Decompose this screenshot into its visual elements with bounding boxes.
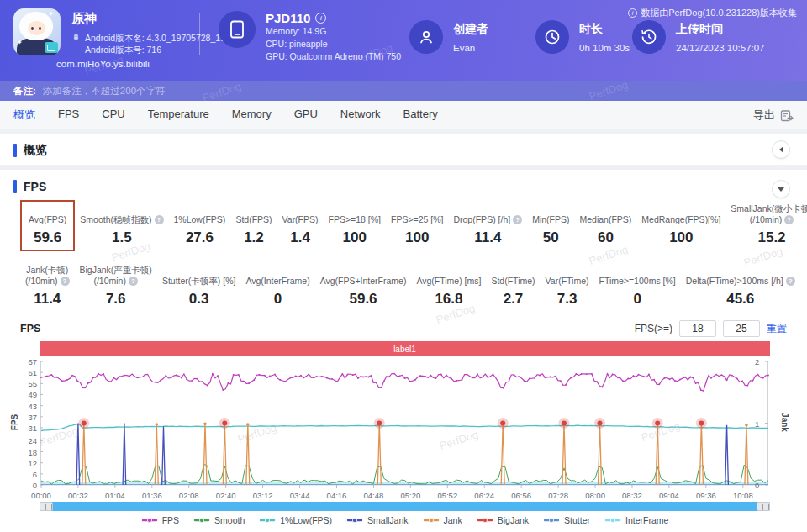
x-axis-tick: 01:04 xyxy=(98,491,132,500)
help-icon[interactable]: ? xyxy=(129,277,138,286)
stat-label: Avg(FTime) [ms] xyxy=(416,276,481,287)
game-info: 原神 Android版本名: 4.3.0_19705728_197... And… xyxy=(71,8,238,69)
stat-label: Min(FPS) xyxy=(532,214,569,225)
x-axis-tick: 00:32 xyxy=(61,491,95,500)
collapse-down-icon xyxy=(778,187,784,192)
note-bar[interactable]: 备注: 添加备注，不超过200个字符 xyxy=(0,81,807,101)
android-version-name: Android版本名: 4.3.0_19705728_197... xyxy=(85,32,238,44)
tab-GPU[interactable]: GPU xyxy=(294,108,318,123)
tab-CPU[interactable]: CPU xyxy=(102,108,124,123)
legend-label: SmallJank xyxy=(367,515,408,525)
stat-value: 100 xyxy=(405,229,429,246)
device-circle xyxy=(219,11,256,48)
creator-label: 创建者 xyxy=(453,20,488,37)
legend-item-interframe[interactable]: InterFrame xyxy=(604,515,668,525)
upload-value: 24/12/2023 10:57:07 xyxy=(676,43,765,53)
legend-item-bigjank[interactable]: BigJank xyxy=(477,515,529,525)
help-icon[interactable]: ? xyxy=(61,277,70,286)
stat-value: 7.3 xyxy=(557,291,578,308)
chart-label-band[interactable]: label1 xyxy=(40,341,770,356)
chart-range-scrollbar[interactable] xyxy=(40,502,770,511)
device-name: PJD110 xyxy=(266,11,310,25)
legend-item-smooth[interactable]: Smooth xyxy=(193,515,245,525)
upload-block: 上传时间 24/12/2023 10:57:07 xyxy=(632,20,765,54)
chart-plot[interactable] xyxy=(40,357,770,490)
legend-label: BigJank xyxy=(498,515,529,525)
legend-marker xyxy=(543,517,560,524)
fps-stats-row-2: Jank(卡顿)(/10min)?11.4BigJank(严重卡顿)(/10mi… xyxy=(0,261,807,313)
right-axis-tick: 1 xyxy=(755,419,768,429)
fps-threshold-min-input[interactable] xyxy=(679,320,716,337)
stat-label: BigJank(严重卡顿) xyxy=(80,265,152,276)
tab-Memory[interactable]: Memory xyxy=(232,108,272,123)
stat-value: 11.4 xyxy=(474,229,501,246)
x-axis-tick: 06:24 xyxy=(467,491,501,500)
android-version-code: Android版本号: 716 xyxy=(85,44,238,55)
header-divider xyxy=(199,13,200,55)
stat-ftime-100ms-%-: FTime>=100ms [%]0 xyxy=(594,261,681,313)
legend-item-fps[interactable]: FPS xyxy=(141,515,179,525)
legend-item-jank[interactable]: Jank xyxy=(423,515,462,525)
tab-FPS[interactable]: FPS xyxy=(58,108,79,123)
left-axis-tick: 37 xyxy=(20,413,37,422)
help-icon[interactable]: ? xyxy=(784,215,794,224)
right-axis-tick: 0 xyxy=(755,481,768,490)
left-axis-title: FPS xyxy=(10,414,19,430)
help-icon[interactable]: ? xyxy=(513,215,522,224)
tab-Temperature[interactable]: Temperature xyxy=(148,108,209,123)
device-info-icon[interactable]: i xyxy=(315,13,326,24)
legend-item-smalljank[interactable]: SmallJank xyxy=(346,515,408,525)
left-axis-tick: 18 xyxy=(20,448,37,457)
stat-value: 16.8 xyxy=(435,291,462,308)
phone-icon xyxy=(229,20,245,39)
scrollbar-left-handle[interactable] xyxy=(40,502,53,511)
stat-label: Stutter(卡顿率) [%] xyxy=(162,276,236,287)
reset-link[interactable]: 重置 xyxy=(767,322,787,336)
game-block: ✦ ✦ 原神 Android版本名: 4.3.0_19705728_197...… xyxy=(13,8,238,69)
creator-circle xyxy=(409,20,443,54)
legend-item-stutter[interactable]: Stutter xyxy=(543,515,590,525)
x-axis-tick: 02:08 xyxy=(172,491,206,500)
overview-collapse-button[interactable] xyxy=(772,140,790,159)
legend-item-1%low-fps-[interactable]: 1%Low(FPS) xyxy=(259,515,332,525)
x-axis-tick: 04:48 xyxy=(356,491,390,500)
star-icon: ✦ xyxy=(17,39,23,46)
legend-label: 1%Low(FPS) xyxy=(280,515,332,525)
x-axis-tick: 09:04 xyxy=(652,491,686,500)
fps-chart: FPS Jank 6761554943373124181260 210 00:0… xyxy=(20,357,787,525)
stat-value: 45.6 xyxy=(726,291,754,308)
tab-概览[interactable]: 概览 xyxy=(13,108,35,123)
upload-circle xyxy=(632,20,666,54)
legend-label: InterFrame xyxy=(625,515,668,525)
scrollbar-right-handle[interactable] xyxy=(757,502,770,511)
help-icon[interactable]: ? xyxy=(155,215,164,224)
export-button[interactable]: 导出 xyxy=(753,108,794,123)
legend-marker xyxy=(141,517,158,524)
stat-label: MedRange(FPS)[%] xyxy=(641,214,720,225)
legend-marker xyxy=(604,517,621,524)
stat-bigjank-: BigJank(严重卡顿)(/10min)?7.6 xyxy=(75,261,157,313)
stat-median-fps-: Median(FPS)60 xyxy=(574,200,636,251)
stat-value: 0 xyxy=(633,291,641,308)
x-axis-tick: 08:00 xyxy=(578,491,612,500)
left-axis-tick: 12 xyxy=(20,459,37,468)
stat-min-fps-: Min(FPS)50 xyxy=(527,200,574,251)
bilibili-badge-icon xyxy=(45,42,58,53)
device-gpu: GPU: Qualcomm Adreno (TM) 750 xyxy=(266,50,401,63)
fps-threshold-max-input[interactable] xyxy=(723,320,760,337)
stat-var-fps-: Var(FPS)1.4 xyxy=(277,200,324,251)
x-axis-tick: 00:00 xyxy=(24,491,58,500)
stat-label: FTime>=100ms [%] xyxy=(599,276,676,287)
stat-avg-interframe-: Avg(InterFrame)0 xyxy=(240,261,314,313)
stat-value: 11.4 xyxy=(34,291,61,308)
x-axis-tick: 05:52 xyxy=(430,491,464,500)
tab-bar: 概览FPSCPUTemperatureMemoryGPUNetworkBatte… xyxy=(0,101,807,129)
device-memory: Memory: 14.9G xyxy=(266,25,401,38)
section-accent-bar xyxy=(13,144,17,157)
tab-Network[interactable]: Network xyxy=(340,108,381,123)
export-label: 导出 xyxy=(753,108,775,123)
help-icon[interactable]: ? xyxy=(786,277,795,286)
legend-label: FPS xyxy=(162,515,179,525)
tab-Battery[interactable]: Battery xyxy=(404,108,438,123)
fps-collapse-button[interactable] xyxy=(772,180,790,198)
